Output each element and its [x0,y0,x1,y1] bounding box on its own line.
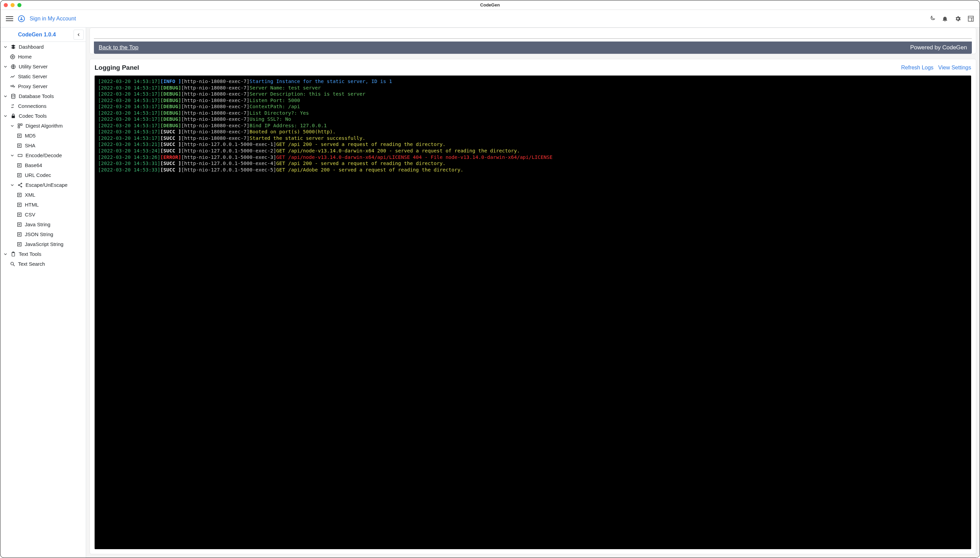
powered-by-label: Powered by CodeGen [910,44,967,51]
svg-point-54 [11,262,14,265]
sidebar-item-md5[interactable]: MD5 [0,131,86,141]
sidebar-item-xml[interactable]: XML [0,190,86,200]
text-frame-icon [17,212,22,217]
chevron-down-icon [10,153,15,158]
svg-point-9 [11,94,15,95]
log-line: [2022-03-20 14:53:17][DEBUG][http-nio-18… [98,97,968,104]
sidebar-item-encode-decode[interactable]: Encode/Decode [0,150,86,160]
app-window: CodeGen Sign in My Account CodeGen 1.0.4 [0,0,980,558]
collapse-sidebar-button[interactable] [74,30,84,40]
header-actions [929,15,974,22]
svg-rect-16 [18,144,21,147]
sidebar-item-label: Encode/Decode [26,153,62,158]
text-frame-icon [17,133,22,138]
svg-point-31 [21,186,22,187]
sidebar-item-label: Text Tools [19,251,41,257]
log-line: [2022-03-20 14:53:17][SUCC ][http-nio-18… [98,129,968,135]
log-line: [2022-03-20 14:53:17][INFO ][http-nio-18… [98,78,968,85]
sidebar-item-label: MD5 [25,133,36,138]
clipboard-icon [11,251,16,257]
chevron-down-icon [10,123,15,128]
sidebar-item-utility-server[interactable]: Utility Server [0,62,86,71]
menu-icon[interactable] [6,15,13,23]
signin-link[interactable]: Sign in My Account [30,16,76,22]
chevron-down-icon [3,64,8,69]
text-frame-icon [17,241,22,247]
chevron-down-icon [10,183,15,187]
back-to-top-link[interactable]: Back to the Top [98,44,138,51]
sidebar-item-escape-unescape[interactable]: Escape/UnEscape [0,180,86,190]
svg-rect-40 [18,213,21,217]
svg-line-55 [13,265,15,266]
dark-mode-icon[interactable] [929,15,936,22]
refresh-logs-link[interactable]: Refresh Logs [901,65,933,71]
sidebar-item-proxy-server[interactable]: Proxy Server [0,81,86,91]
layout-icon[interactable] [967,15,974,22]
sidebar-item-codec-tools[interactable]: Codec Tools [0,111,86,121]
sidebar-item-connections[interactable]: Connections [0,101,86,111]
sidebar-item-label: URL Codec [25,172,51,178]
sidebar-item-label: CSV [25,212,35,217]
text-frame-icon [17,143,22,148]
app-name: CodeGen 1.0.4 [0,32,74,38]
log-line: [2022-03-20 14:53:21][SUCC ][http-nio-12… [98,141,968,148]
text-frame-icon [17,232,22,237]
text-frame-icon [17,172,22,178]
log-line: [2022-03-20 14:53:17][DEBUG][http-nio-18… [98,103,968,110]
traffic-lights [4,3,21,7]
log-line: [2022-03-20 14:53:24][SUCC ][http-nio-12… [98,148,968,154]
sidebar-item-digest-algorithm[interactable]: Digest Algorithm [0,121,86,131]
sidebar-item-home[interactable]: Home [0,52,86,62]
svg-rect-13 [18,134,21,138]
close-window-icon[interactable] [4,3,8,7]
svg-point-29 [21,183,22,184]
maximize-window-icon[interactable] [17,3,21,7]
sidebar-item-database-tools[interactable]: Database Tools [0,91,86,101]
static-server-icon [10,74,15,79]
svg-rect-11 [20,124,22,126]
sidebar-item-text-tools[interactable]: Text Tools [0,249,86,259]
sidebar-item-label: Utility Server [19,64,48,69]
svg-rect-10 [18,124,20,126]
globe-icon [11,64,16,69]
log-line: [2022-03-20 14:53:17][DEBUG][http-nio-18… [98,85,968,91]
chevron-down-icon [3,44,8,49]
svg-rect-23 [18,163,21,167]
sidebar-item-java-string[interactable]: Java String [0,220,86,229]
sidebar-item-label: Connections [18,103,46,109]
text-frame-icon [17,162,22,168]
svg-rect-46 [18,232,21,236]
sidebar-item-dashboard[interactable]: Dashboard [0,42,86,52]
svg-line-33 [19,185,21,186]
log-terminal[interactable]: [2022-03-20 14:53:17][INFO ][http-nio-18… [95,75,971,549]
sidebar-item-label: Database Tools [19,93,54,99]
minimize-window-icon[interactable] [11,3,15,7]
sidebar-item-url-codec[interactable]: URL Codec [0,170,86,180]
notifications-icon[interactable] [942,15,948,22]
panel-separator [94,31,972,39]
sidebar-header: CodeGen 1.0.4 [0,28,86,42]
log-line: [2022-03-20 14:53:31][SUCC ][http-nio-12… [98,160,968,167]
log-line: [2022-03-20 14:53:26][ERROR][http-nio-12… [98,154,968,161]
view-settings-link[interactable]: View Settings [938,65,971,71]
body: CodeGen 1.0.4 Dashboard Home [0,28,980,558]
user-icon[interactable] [18,15,25,22]
settings-icon[interactable] [954,15,961,22]
share-icon [17,182,23,188]
sidebar-item-html[interactable]: HTML [0,200,86,210]
text-frame-icon [17,222,22,227]
sidebar-item-label: JavaScript String [25,241,63,247]
sidebar-item-javascript-string[interactable]: JavaScript String [0,239,86,249]
home-icon [10,54,15,59]
chevron-down-icon [3,252,8,256]
sidebar-item-json-string[interactable]: JSON String [0,229,86,239]
proxy-server-icon [10,84,15,89]
sidebar-item-static-server[interactable]: Static Server [0,71,86,81]
svg-point-3 [12,56,13,57]
sidebar-item-sha[interactable]: SHA [0,141,86,150]
text-frame-icon [17,202,22,208]
sidebar-item-csv[interactable]: CSV [0,210,86,220]
titlebar: CodeGen [0,0,980,10]
sidebar-item-base64[interactable]: Base64 [0,160,86,170]
sidebar-item-text-search[interactable]: Text Search [0,259,86,269]
